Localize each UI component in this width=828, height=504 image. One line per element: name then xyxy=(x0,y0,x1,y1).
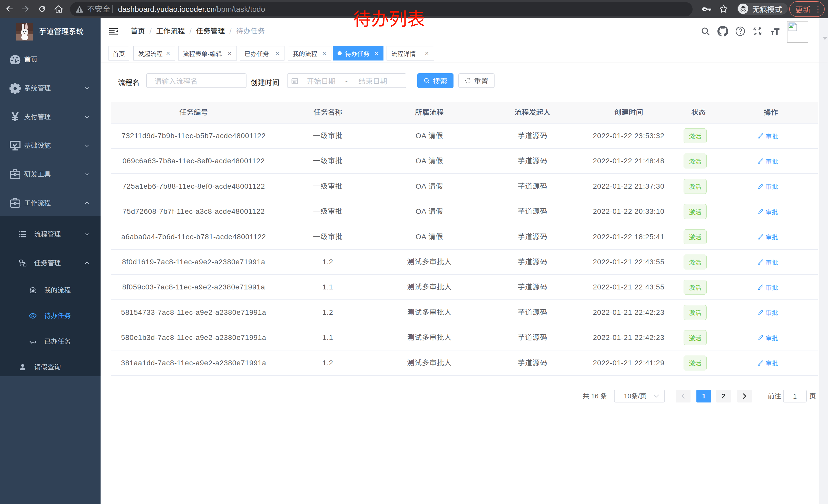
svg-text:¥: ¥ xyxy=(11,110,19,123)
